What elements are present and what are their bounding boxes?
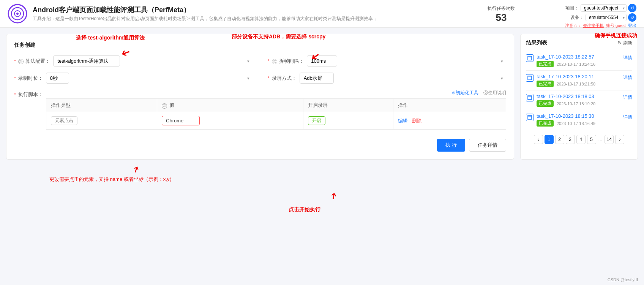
footer-credit: CSDN @testlyIII (608, 277, 638, 282)
main-wrapper: 任务创建 * ⓪ 算法配置： test-algorithm-通用算法 * ⓪ (0, 28, 644, 166)
results-title: 结果列表 (526, 40, 547, 46)
delete-link[interactable]: 删除 (412, 118, 422, 124)
record-mode-select-wrap: Adb录屏 (300, 73, 506, 84)
task-status-row-2: 已完成 2023-10-17 18:19:20 (537, 100, 595, 107)
results-panel-header: 结果列表 ↻ 刷新 (526, 40, 632, 46)
script-label-area: * 执行脚本： ⊙初始化工具 ⓪使用说明 操作类型 (14, 90, 506, 130)
frame-interval-select-wrap: 100ms (307, 55, 506, 66)
op-type-tag: 元素点击 (51, 116, 77, 125)
record-mode-select[interactable]: Adb录屏 (300, 73, 334, 84)
refresh-button[interactable]: ↻ 刷新 (618, 40, 632, 46)
edit-link[interactable]: 编辑 (398, 118, 408, 124)
page-btn-3[interactable]: 3 (566, 135, 575, 144)
record-mode-label: * 录屏方式： (268, 75, 297, 82)
anno-arrow-3: ➔ (131, 165, 142, 174)
cell-actions: 编辑 删除 (393, 112, 506, 130)
duration-label: * 录制时长： (14, 75, 43, 82)
header-text-block: Android客户端页面加载性能评测工具（PerfMeta） 工具介绍：这是一款… (33, 5, 377, 22)
bottom-buttons: 执 行 任务详情 (14, 139, 506, 152)
task-details-3: task_17-10-2023 18:15:30 已完成 2023-10-17 … (537, 113, 595, 127)
task-status-row-0: 已完成 2023-10-17 18:24:16 (537, 61, 595, 67)
device-select-wrapper: emulator-5554 (586, 14, 627, 21)
exec-count-value: 53 (488, 12, 515, 24)
task-detail-link-1[interactable]: 详情 (623, 74, 632, 81)
execute-button[interactable]: 执 行 (437, 139, 465, 152)
task-time-1: 2023-10-17 18:21:50 (557, 82, 595, 86)
task-item-3: task_17-10-2023 18:15:30 已完成 2023-10-17 … (526, 110, 632, 130)
task-name-0[interactable]: task_17-10-2023 18:22:57 (537, 54, 595, 60)
task-name-3[interactable]: task_17-10-2023 18:15:30 (537, 113, 595, 119)
task-item-0: task_17-10-2023 18:22:57 已完成 2023-10-17 … (526, 51, 632, 71)
frame-interval-select[interactable]: 100ms (307, 55, 337, 66)
algorithm-label: * ⓪ 算法配置： (14, 58, 50, 65)
value-col-info-icon[interactable]: ⓪ (162, 103, 167, 109)
page-btn-last[interactable]: 14 (605, 135, 614, 144)
app-header: Android客户端页面加载性能评测工具（PerfMeta） 工具介绍：这是一款… (0, 0, 644, 28)
algorithm-select[interactable]: test-algorithm-通用算法 (53, 55, 120, 66)
form-row-1: * ⓪ 算法配置： test-algorithm-通用算法 * ⓪ 拆帧间隔： (14, 55, 506, 66)
task-name-2[interactable]: task_17-10-2023 18:18:03 (537, 93, 595, 99)
task-detail-link-2[interactable]: 详情 (623, 93, 632, 101)
device-refresh-btn[interactable]: ↺ (628, 13, 636, 22)
algorithm-field: * ⓪ 算法配置： test-algorithm-通用算法 (14, 55, 253, 66)
page-dots: ··· (598, 137, 603, 142)
usage-link[interactable]: ⓪使用说明 (483, 90, 506, 95)
algorithm-info-icon[interactable]: ⓪ (18, 59, 24, 64)
duration-field: * 录制时长： 8秒 (14, 73, 253, 84)
status-badge-2: 已完成 (537, 100, 554, 107)
task-info-0: task_17-10-2023 18:22:57 已完成 2023-10-17 … (526, 54, 595, 67)
page-btn-2[interactable]: 2 (555, 135, 564, 144)
device-select[interactable]: emulator-5554 (586, 14, 627, 21)
cell-value (157, 112, 303, 130)
task-name-1[interactable]: task_17-10-2023 18:20:11 (537, 74, 595, 79)
task-details-0: task_17-10-2023 18:22:57 已完成 2023-10-17 … (537, 54, 595, 67)
app-title: Android客户端页面加载性能评测工具（PerfMeta） (33, 5, 377, 14)
refresh-icon: ↻ (618, 40, 622, 46)
svg-point-3 (16, 13, 19, 15)
panel-title: 任务创建 (14, 42, 506, 49)
init-tool-link[interactable]: ⊙初始化工具 (452, 90, 478, 95)
script-table-head: 操作类型 ⓪ 值 开启录屏 操作 (46, 99, 506, 112)
value-input[interactable] (162, 116, 200, 125)
page-btn-1[interactable]: 1 (545, 135, 554, 144)
status-badge-0: 已完成 (537, 61, 554, 67)
task-time-0: 2023-10-17 18:24:16 (557, 62, 595, 66)
task-info-1: task_17-10-2023 18:20:11 已完成 2023-10-17 … (526, 74, 595, 87)
task-info-3: task_17-10-2023 18:15:30 已完成 2023-10-17 … (526, 113, 595, 127)
device-row: 设备： emulator-5554 ↺ (565, 13, 636, 22)
page-btn-4[interactable]: 4 (576, 135, 586, 144)
connect-phone-link[interactable]: 先连接手机 (583, 23, 604, 28)
logout-link[interactable]: 登出 (628, 23, 636, 28)
task-detail-link-0[interactable]: 详情 (623, 54, 632, 61)
app-subtitle: 工具介绍：这是一款由TesterHome出品的针对应用启动/页面加载耗时类场景评… (33, 16, 377, 22)
script-section: * 执行脚本： ⊙初始化工具 ⓪使用说明 操作类型 (14, 90, 506, 130)
prev-page-btn[interactable]: ‹ (534, 135, 543, 144)
col-value: ⓪ 值 (157, 99, 303, 112)
task-detail-button[interactable]: 任务详情 (469, 139, 506, 152)
task-list: task_17-10-2023 18:22:57 已完成 2023-10-17 … (526, 51, 632, 130)
task-detail-link-3[interactable]: 详情 (623, 113, 632, 120)
col-screen: 开启录屏 (303, 99, 393, 112)
task-time-2: 2023-10-17 18:19:20 (557, 101, 595, 106)
page-btn-5[interactable]: 5 (587, 135, 596, 144)
col-action: 操作 (393, 99, 506, 112)
project-select[interactable]: guest-testProject (581, 4, 627, 12)
refresh-label: 刷新 (623, 40, 632, 46)
exec-count-title: 执行任务次数 (488, 5, 515, 12)
project-row: 项目： guest-testProject ↺ (565, 4, 636, 12)
main-content: 任务创建 * ⓪ 算法配置： test-algorithm-通用算法 * ⓪ (0, 28, 644, 166)
task-icon-2 (526, 94, 534, 101)
table-row: 元素点击 开启 编辑 (46, 112, 506, 130)
screen-open-tag: 开启 (308, 116, 325, 125)
task-status-row-1: 已完成 2023-10-17 18:21:50 (537, 81, 595, 87)
task-info-2: task_17-10-2023 18:18:03 已完成 2023-10-17 … (526, 93, 595, 107)
record-mode-field: * 录屏方式： Adb录屏 (268, 73, 506, 84)
next-page-btn[interactable]: › (615, 135, 624, 144)
frame-interval-info-icon[interactable]: ⓪ (272, 59, 277, 64)
anno-exec-tip: 点击开始执行 (289, 206, 320, 213)
duration-select[interactable]: 8秒 (46, 73, 69, 84)
frame-interval-field: * ⓪ 拆帧间隔： 100ms (268, 55, 506, 66)
project-refresh-btn[interactable]: ↺ (628, 4, 636, 12)
task-icon-3 (526, 114, 534, 121)
task-icon-0 (526, 54, 534, 62)
